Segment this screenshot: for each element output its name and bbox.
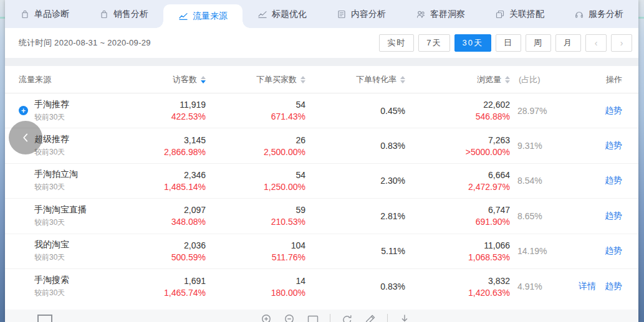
- conversion-value: 5.11%: [381, 246, 405, 256]
- trend-link[interactable]: 趋势: [605, 211, 622, 222]
- trend-link[interactable]: 趋势: [605, 105, 622, 116]
- nav-next-button[interactable]: ›: [611, 34, 632, 52]
- tab-content-analysis[interactable]: 内容分析: [322, 0, 401, 28]
- collapse-button[interactable]: [9, 121, 42, 154]
- pageviews-value: 7,263: [488, 135, 510, 145]
- table-row[interactable]: 手淘淘宝直播 较前30天 2,097 348.08% 59 210.53% 2.…: [5, 199, 638, 234]
- row-actions: 趋势: [567, 140, 638, 151]
- compare-label: 较前30天: [34, 252, 69, 263]
- pageviews-ratio: 14.19%: [517, 246, 547, 256]
- buyers-change: 180.00%: [271, 288, 305, 298]
- sort-pageviews-icon[interactable]: [505, 76, 510, 83]
- viewer-icons: [261, 313, 411, 322]
- header-buyers[interactable]: 下单买家数: [206, 74, 305, 85]
- edit-icon[interactable]: [364, 313, 377, 322]
- sort-conversion-icon[interactable]: [400, 76, 405, 83]
- header-conversion[interactable]: 下单转化率: [305, 74, 405, 85]
- sort-visitors-icon[interactable]: [201, 76, 206, 83]
- buyers-change: 511.76%: [272, 252, 305, 262]
- download-icon[interactable]: [398, 313, 411, 322]
- period-button-周[interactable]: 周: [526, 34, 551, 52]
- pageviews-value: 6,664: [488, 170, 510, 180]
- nav-prev-button[interactable]: ‹: [585, 34, 607, 52]
- visitors-change: 500.59%: [171, 252, 206, 262]
- section-divider: [5, 58, 638, 66]
- conversion-value: 2.30%: [380, 176, 405, 186]
- select-area-icon[interactable]: [37, 315, 52, 322]
- trend-link[interactable]: 趋势: [605, 140, 622, 151]
- tab-label: 销售分析: [113, 9, 148, 20]
- analytics-window: 单品诊断销售分析流量来源标题优化内容分析客群洞察关联搭配服务分析 统计时间 20…: [5, 0, 638, 322]
- tab-related-match[interactable]: 关联搭配: [480, 0, 559, 28]
- sort-buyers-icon[interactable]: [300, 76, 305, 83]
- visitors-change: 422.53%: [171, 111, 206, 121]
- table-row[interactable]: 手淘拍立淘 较前30天 2,346 1,485.14% 54 1,250.00%…: [5, 164, 638, 199]
- trend-link[interactable]: 趋势: [605, 281, 622, 292]
- row-actions: 详情趋势: [567, 281, 638, 292]
- source-name: 我的淘宝: [34, 239, 69, 250]
- source-name: 手淘拍立淘: [34, 169, 78, 180]
- document-icon: [337, 9, 347, 19]
- conversion-value: 2.81%: [380, 211, 405, 221]
- headset-icon: [574, 9, 584, 19]
- fit-screen-icon[interactable]: [307, 313, 319, 322]
- wallpaper-accent: [0, 17, 5, 19]
- rotate-icon[interactable]: [341, 313, 353, 322]
- zoom-out-icon[interactable]: [284, 313, 296, 322]
- header-ratio: (占比): [510, 74, 567, 85]
- header-visitors[interactable]: 访客数: [161, 74, 206, 85]
- conversion-value: 0.83%: [380, 141, 405, 151]
- pageviews-value: 22,602: [483, 100, 510, 110]
- tab-customer-insight[interactable]: 客群洞察: [401, 0, 480, 28]
- toolbar-divider: [387, 314, 388, 322]
- pageviews-ratio: 8.65%: [517, 211, 542, 221]
- table-row[interactable]: 我的淘宝 较前30天 2,036 500.59% 104 511.76% 5.1…: [5, 234, 638, 269]
- zoom-in-icon[interactable]: [261, 313, 273, 322]
- pageviews-ratio: 28.97%: [517, 106, 547, 116]
- conversion-value: 0.45%: [380, 106, 405, 116]
- buyers-value: 104: [291, 240, 305, 250]
- row-actions: 趋势: [567, 175, 638, 186]
- period-button-日[interactable]: 日: [496, 34, 521, 52]
- tab-service-analysis[interactable]: 服务分析: [559, 0, 638, 28]
- conversion-value: 0.83%: [380, 282, 405, 291]
- copy-link-icon: [495, 9, 505, 19]
- header-action: 操作: [567, 74, 638, 85]
- period-button-30天[interactable]: 30天: [454, 34, 491, 52]
- pageviews-ratio: 4.91%: [517, 282, 542, 291]
- expand-icon[interactable]: +: [19, 106, 28, 115]
- pageviews-change: 2,472.97%: [468, 182, 510, 192]
- tab-title-optimization[interactable]: 标题优化: [243, 0, 322, 28]
- tab-sales-analysis[interactable]: 销售分析: [84, 0, 163, 28]
- visitors-value: 2,097: [184, 205, 206, 215]
- row-actions: 趋势: [567, 245, 638, 257]
- header-source: 流量来源: [5, 74, 161, 85]
- pageviews-change: 691.90%: [476, 217, 510, 227]
- compare-label: 较前30天: [34, 182, 78, 192]
- tab-product-diagnosis[interactable]: 单品诊断: [5, 0, 84, 28]
- tab-bar: 单品诊断销售分析流量来源标题优化内容分析客群洞察关联搭配服务分析: [5, 0, 638, 28]
- period-button-7天[interactable]: 7天: [418, 34, 449, 52]
- detail-link[interactable]: 详情: [579, 281, 596, 292]
- header-pageviews[interactable]: 浏览量: [405, 74, 510, 85]
- wallpaper-accent: [638, 17, 644, 19]
- source-name: 手淘推荐: [34, 99, 69, 110]
- people-icon: [416, 9, 426, 19]
- pageviews-change: 1,068.53%: [468, 252, 510, 262]
- period-button-月[interactable]: 月: [555, 34, 581, 52]
- trend-link[interactable]: 趋势: [605, 245, 622, 257]
- visitors-change: 348.08%: [171, 217, 206, 227]
- tab-traffic-source[interactable]: 流量来源: [163, 4, 243, 28]
- buyers-value: 26: [296, 135, 305, 145]
- trend-link[interactable]: 趋势: [605, 175, 622, 186]
- pageviews-value: 11,066: [484, 240, 510, 250]
- visitors-value: 1,691: [184, 276, 206, 286]
- table-row[interactable]: 手淘搜索 较前30天 1,691 1,465.74% 14 180.00% 0.…: [5, 269, 638, 304]
- buyers-change: 2,500.00%: [264, 147, 305, 157]
- table-row[interactable]: 超级推荐 较前30天 3,145 2,866.98% 26 2,500.00% …: [5, 128, 638, 163]
- pageviews-ratio: 8.54%: [517, 176, 542, 186]
- compare-label: 较前30天: [34, 112, 69, 123]
- buyers-value: 59: [296, 205, 305, 215]
- table-row[interactable]: + 手淘推荐 较前30天 11,919 422.53% 54 671.43% 0…: [5, 93, 638, 128]
- period-button-实时[interactable]: 实时: [379, 34, 414, 52]
